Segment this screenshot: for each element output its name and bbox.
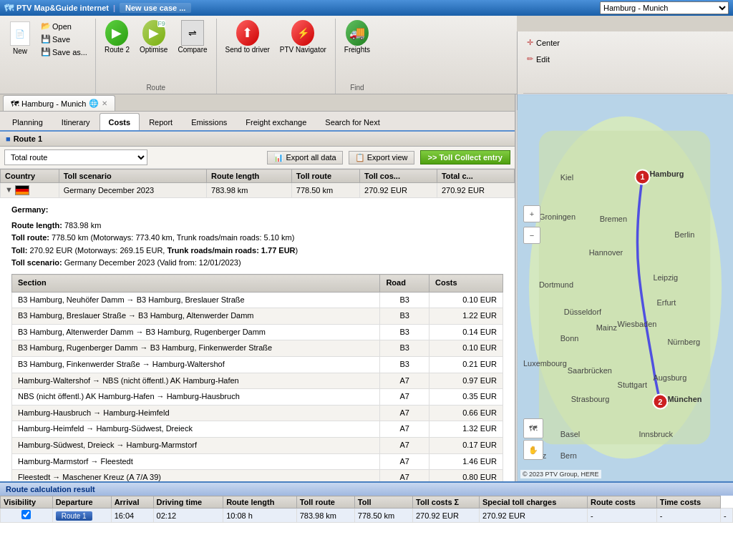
special-toll-cell: -	[588, 509, 657, 523]
section-col-section: Section	[12, 275, 380, 293]
visibility-checkbox[interactable]	[21, 510, 31, 519]
compare-button[interactable]: ⇌ Compare	[173, 19, 211, 57]
route-header: ■ Route 1	[0, 132, 515, 147]
section-name-cell: Hamburg-Südwest, Dreieck → Hamburg-Marms…	[12, 438, 380, 454]
route-icon: ■	[6, 134, 11, 143]
section-name-cell: B3 Hamburg, Neuhöfer Damm → B3 Hamburg, …	[12, 292, 380, 308]
section-road-cell: A7	[380, 389, 429, 406]
export-all-button[interactable]: 📊 Export all data	[267, 151, 342, 164]
section-table: Section Road Costs B3 Hamburg, Neuhöfer …	[11, 274, 503, 481]
new-button[interactable]: 📄 New	[6, 19, 34, 58]
toll-cell-bottom: 270.92 EUR	[412, 509, 479, 523]
tab-emissions[interactable]: Emissions	[182, 113, 236, 130]
bottom-col-toll: Toll	[354, 496, 412, 509]
toll-costs-cell: 270.92 EUR	[360, 183, 437, 198]
section-table-row: Hamburg-Südwest, Dreieck → Hamburg-Marms…	[12, 438, 503, 454]
titlebar-tab[interactable]: New use case ...	[120, 3, 191, 13]
map-hand-button[interactable]: ✋	[523, 440, 543, 460]
svg-text:Hannover: Hannover	[589, 248, 623, 257]
export-view-button[interactable]: 📋 Export view	[349, 151, 414, 164]
bottom-col-toll-route: Toll route	[296, 496, 354, 509]
section-col-road: Road	[380, 275, 429, 293]
tab-itinerary[interactable]: Itinerary	[52, 113, 99, 130]
center-button[interactable]: ✛ Center	[523, 36, 727, 49]
section-road-cell: B3	[380, 357, 429, 373]
map-layer-button[interactable]: 🗺	[523, 418, 543, 438]
section-table-row: B3 Hamburg, Breslauer Straße → B3 Hambur…	[12, 308, 503, 325]
svg-text:Innsbruck: Innsbruck	[639, 430, 673, 438]
send-to-driver-button[interactable]: ⬆ Send to driver	[221, 19, 274, 57]
svg-text:Bonn: Bonn	[560, 334, 579, 343]
ptv-navigator-button[interactable]: ⚡ PTV Navigator	[276, 19, 331, 57]
svg-text:Erfurt: Erfurt	[656, 298, 676, 307]
section-costs-cell: 0.17 EUR	[429, 438, 503, 454]
content-area[interactable]: Country Toll scenario Route length Toll …	[0, 169, 515, 481]
zoom-out-button[interactable]: −	[523, 227, 540, 244]
section-road-cell: A7	[380, 453, 429, 470]
bottom-table-row: Route 1 16:04 02:12 10:08 h 783.98 km 77…	[1, 509, 733, 523]
svg-text:Berlin: Berlin	[674, 230, 694, 239]
route-name-badge: Route 1	[56, 511, 92, 521]
section-road-cell: B3	[380, 308, 429, 325]
section-name-cell: Hamburg-Heimfeld → Hamburg-Südwest, Drei…	[12, 421, 380, 438]
detail-section: Germany: Route length: 783.98 km Toll ro…	[0, 198, 515, 481]
detail-toll: Toll: 270.92 EUR (Motorways: 269.15 EUR,…	[11, 245, 503, 257]
table-row[interactable]: ▼ Germany December 2023 783.98 km 778.50…	[1, 183, 515, 198]
edit-button[interactable]: ✏ Edit	[523, 52, 727, 66]
section-road-cell: B3	[380, 324, 429, 340]
svg-text:Dortmund: Dortmund	[539, 280, 573, 289]
section-col-costs: Costs	[429, 275, 503, 293]
doc-tab-close-icon[interactable]: ✕	[102, 99, 107, 107]
bottom-bar-title: Route calculation result	[0, 483, 733, 496]
section-costs-cell: 0.14 EUR	[429, 324, 503, 340]
doc-tabbar: 🗺 Hamburg - Munich 🌐 ✕	[0, 94, 515, 112]
section-name-cell: B3 Hamburg, Breslauer Straße → B3 Hambur…	[12, 308, 380, 325]
section-road-cell: A7	[380, 470, 429, 481]
svg-text:Bremen: Bremen	[600, 215, 627, 223]
section-road-cell: B3	[380, 340, 429, 357]
svg-text:Kiel: Kiel	[560, 173, 573, 182]
save-as-button[interactable]: 💾Save as...	[37, 46, 91, 58]
open-button[interactable]: 📂Open	[37, 20, 91, 32]
toll-collect-button[interactable]: >> Toll Collect entry	[420, 150, 510, 164]
find-toolbar-group: 🚚 Freights Find	[336, 19, 379, 94]
freights-button[interactable]: 🚚 Freights	[340, 19, 374, 57]
route-selector[interactable]: Hamburg - Munich	[600, 1, 729, 14]
section-name-cell: B3 Hamburg, Altenwerder Damm → B3 Hambur…	[12, 324, 380, 340]
section-costs-cell: 0.35 EUR	[429, 389, 503, 406]
total-route-dropdown[interactable]: Total route	[4, 149, 147, 165]
hand-icon: ✋	[528, 446, 538, 455]
tab-search-for-next[interactable]: Search for Next	[316, 113, 389, 130]
route2-button[interactable]: ▶ Route 2	[100, 19, 134, 57]
svg-text:München: München	[667, 395, 702, 403]
scenario-cell: Germany December 2023	[59, 183, 206, 198]
departure-cell: Route 1	[52, 509, 111, 523]
driving-time-cell: 10:08 h	[223, 509, 296, 523]
expand-arrow[interactable]: ▼	[5, 185, 13, 194]
save-button[interactable]: 💾Save	[37, 33, 91, 45]
bottom-col-time-costs: Time costs	[656, 496, 720, 509]
tab-planning[interactable]: Planning	[3, 113, 52, 130]
optimise-button[interactable]: ▶F9 Optimise	[135, 19, 172, 57]
map-svg: Hamburg München Kiel Groningen Bremen Ha…	[518, 94, 733, 481]
bottom-col-special-toll: Special toll charges	[480, 496, 588, 509]
section-costs-cell: 0.66 EUR	[429, 405, 503, 421]
detail-title: Germany:	[11, 204, 503, 217]
svg-text:Hamburg: Hamburg	[649, 170, 684, 178]
total-costs-cell: 270.92 EUR	[437, 183, 514, 198]
tab-costs[interactable]: Costs	[99, 113, 140, 130]
svg-text:Saarbrücken: Saarbrücken	[568, 366, 612, 375]
svg-text:Basel: Basel	[560, 430, 580, 438]
doc-tab-hamburg-munich[interactable]: 🗺 Hamburg - Munich 🌐 ✕	[3, 95, 115, 111]
detail-toll-route: Toll route: 778.50 km (Motorways: 773.40…	[11, 232, 503, 245]
map-area[interactable]: Hamburg München Kiel Groningen Bremen Ha…	[518, 94, 733, 481]
visibility-cell[interactable]	[1, 509, 53, 523]
tab-report[interactable]: Report	[140, 113, 182, 130]
controls-bar: Total route 📊 Export all data 📋 Export v…	[0, 147, 515, 169]
bottom-table: Visibility Departure Arrival Driving tim…	[0, 496, 733, 523]
zoom-in-button[interactable]: +	[523, 205, 540, 222]
bottom-col-visibility: Visibility	[1, 496, 53, 509]
section-name-cell: B3 Hamburg, Rugenberger Damm → B3 Hambur…	[12, 340, 380, 357]
col-toll-costs: Toll cos...	[360, 170, 437, 183]
tab-freight-exchange[interactable]: Freight exchange	[236, 113, 316, 130]
